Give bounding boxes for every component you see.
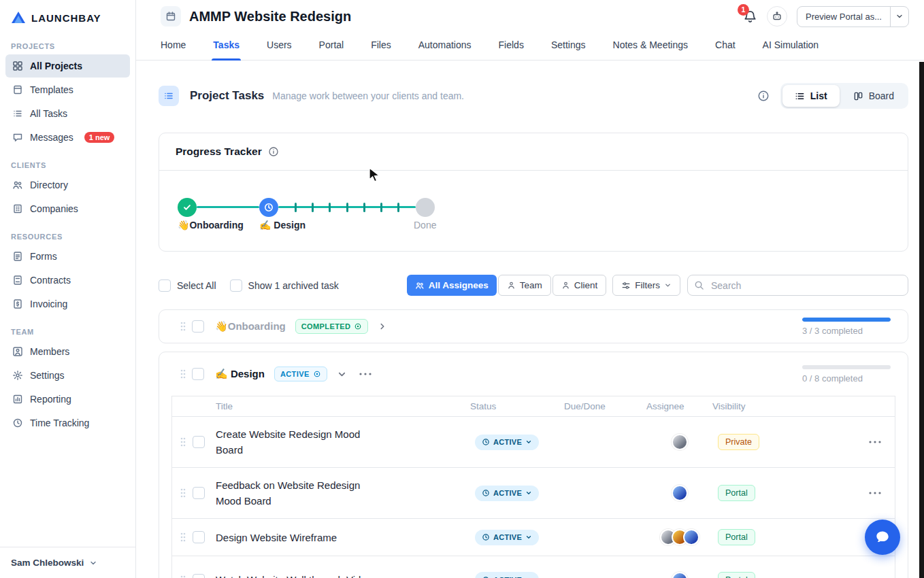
sidebar-item-settings[interactable]: Settings: [5, 364, 130, 387]
sidebar-section-clients: CLIENTS: [11, 161, 125, 169]
progress-tick: [295, 203, 297, 212]
status-target-icon: [313, 370, 321, 378]
visibility-badge[interactable]: Portal: [718, 485, 755, 501]
drag-handle-icon[interactable]: [180, 369, 186, 379]
info-icon[interactable]: [268, 146, 279, 157]
progress-text: 0 / 8 completed: [802, 373, 891, 384]
sidebar-item-label: Settings: [30, 370, 65, 381]
table-header: Title Status Due/Done Assignee Visibilit…: [172, 396, 895, 417]
sidebar-item-label: Directory: [30, 180, 68, 190]
group-checkbox[interactable]: [192, 368, 204, 380]
task-status-text: ACTIVE: [493, 533, 522, 541]
scrollbar[interactable]: [919, 62, 924, 578]
sidebar-item-directory[interactable]: Directory: [5, 173, 130, 197]
board-view-button[interactable]: Board: [841, 85, 906, 107]
invoice-icon: [12, 299, 23, 309]
group-checkbox[interactable]: [192, 320, 204, 333]
tab-settings[interactable]: Settings: [551, 30, 586, 60]
task-checkbox[interactable]: [193, 574, 205, 578]
client-filter-button[interactable]: Client: [552, 275, 607, 296]
team-filter-button[interactable]: Team: [498, 275, 551, 296]
task-status-dropdown[interactable]: ACTIVE: [475, 530, 539, 545]
progress-tracker-card: Progress Tracker: [159, 133, 908, 252]
show-archived-checkbox[interactable]: [230, 279, 242, 292]
sidebar-item-reporting[interactable]: Reporting: [5, 388, 130, 411]
sliders-icon: [621, 281, 631, 290]
more-options-icon[interactable]: [359, 373, 372, 375]
more-options-icon[interactable]: [869, 441, 895, 443]
tab-notes-meetings[interactable]: Notes & Meetings: [613, 30, 689, 60]
sidebar-item-invoicing[interactable]: Invoicing: [5, 292, 130, 316]
task-checkbox[interactable]: [193, 531, 205, 543]
sidebar-item-forms[interactable]: Forms: [5, 245, 130, 268]
task-status-dropdown[interactable]: ACTIVE: [475, 486, 539, 501]
tab-tasks[interactable]: Tasks: [213, 30, 240, 60]
chat-launcher-button[interactable]: [865, 520, 900, 555]
client-filter-label: Client: [574, 280, 598, 290]
drag-handle-icon[interactable]: [180, 321, 186, 332]
tab-portal[interactable]: Portal: [319, 30, 344, 60]
task-title[interactable]: Create Website Redesign Mood Board: [216, 426, 379, 458]
person-icon: [507, 281, 516, 290]
list-view-button[interactable]: List: [782, 85, 840, 107]
page-subtitle: Manage work between your clients and tea…: [272, 90, 464, 101]
search-input[interactable]: [687, 275, 908, 296]
sidebar-item-time-tracking[interactable]: Time Tracking: [5, 411, 130, 435]
notifications-button[interactable]: 1: [743, 10, 757, 24]
drag-handle-icon[interactable]: [180, 488, 193, 498]
more-options-icon[interactable]: [869, 492, 895, 494]
progress-bar: [802, 318, 891, 322]
info-icon[interactable]: [757, 90, 770, 102]
task-checkbox[interactable]: [193, 487, 205, 499]
group-name: ✍️ Design: [215, 368, 265, 380]
sidebar-item-messages[interactable]: Messages 1 new: [5, 126, 130, 149]
app-logo-text: LAUNCHBAY: [31, 12, 101, 24]
tab-chat[interactable]: Chat: [715, 30, 736, 60]
select-all-checkbox[interactable]: [159, 279, 171, 292]
sidebar-item-all-projects[interactable]: All Projects: [5, 54, 130, 78]
column-assignee: Assignee: [646, 401, 712, 411]
progress-bar: [802, 365, 891, 369]
chevron-down-icon: [525, 439, 532, 445]
task-title[interactable]: Design Website Wireframe: [216, 530, 379, 545]
report-icon: [12, 394, 23, 405]
sidebar-item-all-tasks[interactable]: All Tasks: [5, 102, 130, 125]
task-status-dropdown[interactable]: ACTIVE: [475, 572, 539, 578]
sidebar-item-contracts[interactable]: Contracts: [5, 269, 130, 292]
task-status-dropdown[interactable]: ACTIVE: [475, 435, 539, 450]
task-title[interactable]: Feedback on Website Redesign Mood Board: [216, 477, 379, 509]
chevron-down-icon[interactable]: [337, 369, 347, 379]
filters-button[interactable]: Filters: [612, 275, 680, 296]
all-assignees-button[interactable]: All Assignees: [407, 275, 497, 296]
task-checkbox[interactable]: [193, 436, 205, 448]
sidebar-item-members[interactable]: Members: [5, 340, 130, 363]
visibility-badge[interactable]: Private: [718, 434, 759, 450]
drag-handle-icon[interactable]: [180, 575, 193, 578]
task-title[interactable]: Watch Website Walkthrough Video: [216, 572, 379, 578]
sidebar-item-label: All Tasks: [30, 108, 67, 119]
tab-files[interactable]: Files: [371, 30, 391, 60]
sidebar-item-templates[interactable]: Templates: [5, 78, 130, 101]
sidebar-item-companies[interactable]: Companies: [5, 197, 130, 220]
step-done-circle[interactable]: [416, 198, 435, 217]
ai-assistant-button[interactable]: [767, 6, 787, 27]
tab-automations[interactable]: Automations: [418, 30, 472, 60]
task-group-onboarding: 👋Onboarding COMPLETED 3 / 3 completed: [159, 309, 908, 343]
visibility-badge[interactable]: Portal: [718, 529, 755, 545]
tab-users[interactable]: Users: [267, 30, 292, 60]
user-menu[interactable]: Sam Chlebowski: [0, 547, 135, 578]
step-onboarding-circle[interactable]: [178, 198, 197, 217]
chevron-right-icon[interactable]: [378, 322, 387, 331]
table-row: Watch Website Walkthrough Video ACTIVE P…: [172, 556, 895, 578]
clock-icon: [482, 438, 490, 446]
messages-new-badge: 1 new: [84, 132, 115, 143]
step-design-circle[interactable]: [259, 198, 278, 217]
drag-handle-icon[interactable]: [180, 437, 193, 447]
preview-portal-button[interactable]: Preview Portal as...: [797, 6, 909, 27]
tab-ai-simulation[interactable]: AI Simulation: [763, 30, 819, 60]
drag-handle-icon[interactable]: [180, 532, 193, 543]
tab-home[interactable]: Home: [161, 30, 186, 60]
tab-fields[interactable]: Fields: [499, 30, 524, 60]
visibility-badge[interactable]: Portal: [718, 572, 755, 578]
chevron-down-icon[interactable]: [890, 7, 908, 27]
